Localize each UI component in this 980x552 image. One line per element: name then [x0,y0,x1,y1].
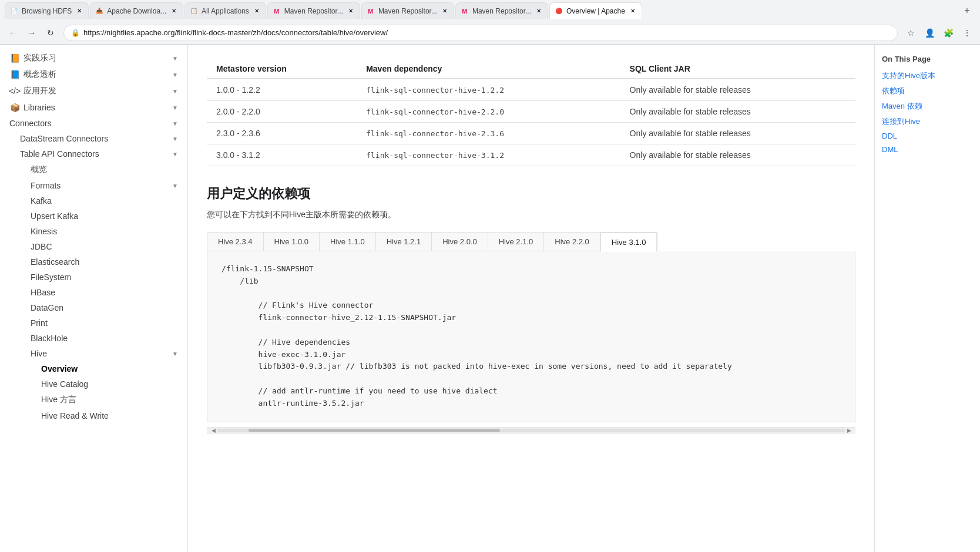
table-cell-maven: flink-sql-connector-hive-2.2.0 [357,101,620,123]
table-cell-maven: flink-sql-connector-hive-1.2.2 [357,79,620,101]
scroll-left-button[interactable]: ◀ [209,426,217,435]
browser-tab-tab2[interactable]: 📥Apache Downloa...✕ [90,2,183,19]
sidebar-item-label: 概念透析 [24,69,56,80]
sidebar-item-jdbc[interactable]: JDBC [0,239,187,254]
tab-close-button[interactable]: ✕ [535,7,543,15]
tab-close-button[interactable]: ✕ [253,7,261,15]
toc-link-支持的Hive版本[interactable]: 支持的Hive版本 [882,70,973,81]
sidebar-item-overview[interactable]: Overview [0,361,187,376]
sidebar-item-filesystem[interactable]: FileSystem [0,270,187,285]
tab-close-button[interactable]: ✕ [347,7,355,15]
sidebar-item-label: 概览 [31,164,47,175]
sidebar-item-elasticsearch[interactable]: Elasticsearch [0,254,187,270]
tab-close-button[interactable]: ✕ [170,7,178,15]
browser-tab-tab7[interactable]: 🔴Overview | Apache✕ [549,2,642,19]
chevron-icon: ▼ [172,183,178,189]
sidebar-item-shijian[interactable]: 📙实践乐习▼ [0,50,187,66]
sidebar-item-hive-read-write[interactable]: Hive Read & Write [0,408,187,423]
hive-tab-hive-2.3.4[interactable]: Hive 2.3.4 [207,233,264,251]
scroll-right-button[interactable]: ▶ [845,426,853,435]
sidebar-item-hbase[interactable]: HBase [0,285,187,300]
table-cell-jar: Only available for stable releases [620,144,855,166]
url-bar[interactable]: 🔒 https://nightlies.apache.org/flink/fli… [63,25,898,41]
sidebar-item-upsert-kafka[interactable]: Upsert Kafka [0,208,187,224]
scroll-track [217,429,845,432]
sidebar-item-libraries[interactable]: 📦Libraries▼ [0,99,187,116]
browser-tab-tab5[interactable]: MMaven Repositor...✕ [361,2,454,19]
sidebar-item-datagen[interactable]: DataGen [0,300,187,315]
chevron-icon: ▼ [172,105,178,111]
sidebar-item-yingyong[interactable]: </>应用开发▼ [0,83,187,99]
hive-tab-hive-1.2.1[interactable]: Hive 1.2.1 [376,233,432,251]
extensions-button[interactable]: 🧩 [940,25,956,41]
forward-button[interactable]: → [24,25,40,41]
hive-tab-hive-2.1.0[interactable]: Hive 2.1.0 [488,233,545,251]
nav-bar: ← → ↻ 🔒 https://nightlies.apache.org/fli… [0,21,980,45]
toc-link-连接到Hive[interactable]: 连接到Hive [882,116,973,127]
sidebar-item-label: Formats [31,181,61,190]
sidebar-item-label: JDBC [31,242,52,251]
url-text: https://nightlies.apache.org/flink/flink… [83,28,388,37]
hive-tab-hive-2.0.0[interactable]: Hive 2.0.0 [432,233,488,251]
sidebar-item-label: Hive Catalog [41,379,88,389]
hive-tab-hive-2.2.0[interactable]: Hive 2.2.0 [544,233,600,251]
sidebar-item-formats[interactable]: Formats▼ [0,178,187,193]
reload-button[interactable]: ↻ [42,25,59,41]
sidebar-item-label: Print [31,318,48,328]
toc-link-DML[interactable]: DML [882,145,973,154]
sidebar-item-print[interactable]: Print [0,315,187,331]
page-layout: 📙实践乐习▼📘概念透析▼</>应用开发▼📦Libraries▼Connector… [0,45,980,552]
tab-label: Maven Repositor... [378,7,437,15]
sidebar-item-gainian[interactable]: 📘概念透析▼ [0,66,187,83]
table-row: 1.0.0 - 1.2.2flink-sql-connector-hive-1.… [207,79,855,101]
sidebar-item-hive-fangyan[interactable]: Hive 方言 [0,392,187,408]
chevron-icon: ▼ [172,88,178,95]
hive-tab-hive-1.1.0[interactable]: Hive 1.1.0 [320,233,376,251]
toc-link-DDL[interactable]: DDL [882,132,973,140]
sidebar-item-label: Libraries [24,103,55,112]
sidebar-item-kinesis[interactable]: Kinesis [0,224,187,239]
sidebar-item-hive[interactable]: Hive▼ [0,346,187,361]
sidebar-item-table-api[interactable]: Table API Connectors▼ [0,146,187,161]
bookmark-button[interactable]: ☆ [902,25,919,41]
sidebar-item-gailung[interactable]: 概览 [0,161,187,178]
browser-tab-tab1[interactable]: 📄Browsing HDFS✕ [5,2,89,19]
tab-bar: 📄Browsing HDFS✕📥Apache Downloa...✕📋All A… [0,0,980,21]
sidebar-item-label: Kinesis [31,227,57,236]
sidebar-item-label: Hive Read & Write [41,411,109,420]
tab-close-button[interactable]: ✕ [629,7,637,15]
toc-link-依赖项[interactable]: 依赖项 [882,86,973,96]
back-button[interactable]: ← [5,25,21,41]
hive-tabs: Hive 2.3.4Hive 1.0.0Hive 1.1.0Hive 1.2.1… [207,232,657,251]
sidebar-item-label: BlackHole [31,334,68,343]
sidebar-item-kafka[interactable]: Kafka [0,193,187,208]
sidebar-item-hive-catalog[interactable]: Hive Catalog [0,376,187,392]
table-row: 2.0.0 - 2.2.0flink-sql-connector-hive-2.… [207,101,855,123]
profile-button[interactable]: 👤 [921,25,938,41]
sidebar-item-label: Hive [31,349,47,358]
sidebar-icon: 📦 [9,102,20,113]
sidebar: 📙实践乐习▼📘概念透析▼</>应用开发▼📦Libraries▼Connector… [0,45,188,552]
table-cell-version: 1.0.0 - 1.2.2 [207,79,357,101]
menu-button[interactable]: ⋮ [959,25,975,41]
chevron-icon: ▼ [172,55,178,62]
sidebar-item-blackhole[interactable]: BlackHole [0,331,187,346]
sidebar-item-label: Upsert Kafka [31,211,78,221]
hive-tab-hive-1.0.0[interactable]: Hive 1.0.0 [264,233,320,251]
tab-favicon: 📋 [190,7,198,15]
browser-tab-tab3[interactable]: 📋All Applications✕ [184,2,266,19]
horizontal-scrollbar[interactable]: ◀ ▶ [207,427,855,434]
sidebar-item-connectors[interactable]: Connectors▼ [0,116,187,131]
hive-tab-hive-3.1.0[interactable]: Hive 3.1.0 [600,233,657,252]
sidebar-item-label: FileSystem [31,272,71,282]
tab-close-button[interactable]: ✕ [441,7,449,15]
new-tab-button[interactable]: + [959,2,975,19]
table-row: 2.3.0 - 2.3.6flink-sql-connector-hive-2.… [207,123,855,144]
sidebar-icon: 📙 [9,53,20,63]
sidebar-item-datastream[interactable]: DataStream Connectors▼ [0,131,187,146]
toc-link-Maven 依赖[interactable]: Maven 依赖 [882,101,973,112]
scroll-thumb[interactable] [249,429,499,432]
browser-tab-tab4[interactable]: MMaven Repositor...✕ [267,2,360,19]
browser-tab-tab6[interactable]: MMaven Repositor...✕ [455,2,548,19]
tab-close-button[interactable]: ✕ [75,7,83,15]
